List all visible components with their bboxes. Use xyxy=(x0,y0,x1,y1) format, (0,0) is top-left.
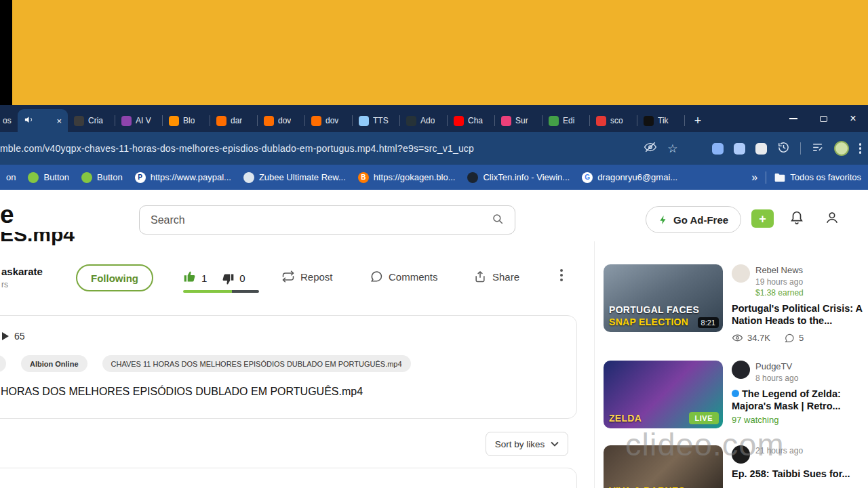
browser-tab[interactable]: Blo xyxy=(163,109,210,132)
channel-name[interactable]: PudgeTV xyxy=(755,361,798,373)
bookmark-favicon: B xyxy=(358,172,369,183)
window-close-button[interactable]: × xyxy=(838,105,868,132)
comments-card xyxy=(0,468,577,488)
video-thumbnail[interactable]: PORTUGAL FACES SNAP ELECTION 8:21 xyxy=(604,264,723,332)
thumbs-down-icon[interactable] xyxy=(221,270,235,286)
tag-pill[interactable]: Albion Online xyxy=(21,355,87,372)
audio-speaker-icon[interactable] xyxy=(24,115,34,127)
go-ad-free-button[interactable]: Go Ad-Free xyxy=(646,206,741,233)
browser-tab[interactable]: Ado xyxy=(400,109,448,132)
bookmark-favicon xyxy=(81,172,92,183)
history-icon[interactable] xyxy=(777,141,790,157)
bookmarks-overflow-icon[interactable]: » xyxy=(751,171,757,184)
extension-icon-3[interactable] xyxy=(755,143,767,155)
channel-name-fragment[interactable]: askarate xyxy=(1,266,43,277)
video-title[interactable]: Portugal's Political Crisis: A Nation He… xyxy=(732,302,863,327)
bookmark-item[interactable]: ClixTen.info - Viewin... xyxy=(461,172,576,183)
window-minimize-button[interactable] xyxy=(778,105,808,132)
channel-avatar[interactable] xyxy=(732,264,750,283)
browser-menu-kebab-icon[interactable] xyxy=(859,142,862,156)
sort-by-dropdown[interactable]: Sort by likes xyxy=(486,432,568,456)
browser-tab[interactable]: Tik xyxy=(637,109,685,132)
bookmark-item[interactable]: G dragonryu6@gmai... xyxy=(576,172,684,183)
premium-dot-icon xyxy=(732,390,739,397)
reading-list-icon[interactable] xyxy=(811,141,824,157)
bookmark-item[interactable]: Button xyxy=(22,172,75,183)
extension-icon-1[interactable] xyxy=(712,143,724,155)
video-title[interactable]: Ep. 258: Taibbi Sues for... xyxy=(732,468,863,480)
new-tab-button[interactable]: + xyxy=(689,112,707,129)
search-input[interactable] xyxy=(151,214,492,226)
browser-tab-partial[interactable]: os xyxy=(0,109,18,132)
bookmark-star-icon[interactable]: ☆ xyxy=(667,143,677,155)
video-meta: Rebel News 19 hours ago $1.38 earned Por… xyxy=(732,264,863,344)
browser-tab[interactable]: sco xyxy=(590,109,637,132)
extension-icon-2[interactable] xyxy=(734,143,745,155)
browser-tab[interactable]: Cha xyxy=(448,109,495,132)
comments-button[interactable]: Comments xyxy=(370,270,438,283)
profile-icon[interactable] xyxy=(825,210,840,228)
bookmark-favicon xyxy=(28,172,39,183)
live-badge: LIVE xyxy=(689,412,719,424)
bookmark-label: Button xyxy=(43,172,69,182)
video-title-fragment: ÊS.mp4 xyxy=(0,232,176,247)
description-fragment: HORAS DOS MELHORES EPISÓDIOS DUBLADO EM … xyxy=(1,386,363,398)
bookmark-label: Zubee Ultimate Rew... xyxy=(259,172,346,182)
search-box[interactable] xyxy=(139,205,515,235)
related-video-item[interactable]: ZELDA LIVE PudgeTV 8 hours ago xyxy=(604,361,863,428)
repost-button[interactable]: Repost xyxy=(281,270,333,283)
search-icon[interactable] xyxy=(492,213,504,228)
profile-avatar[interactable] xyxy=(834,141,849,156)
bookmark-item[interactable]: Button xyxy=(75,172,129,183)
rumble-logo-fragment[interactable]: e xyxy=(0,201,14,229)
folder-icon xyxy=(774,173,785,182)
channel-avatar[interactable] xyxy=(732,361,750,379)
repost-icon xyxy=(281,270,295,283)
bookmark-list: on Button Button xyxy=(0,172,684,183)
address-bar[interactable]: mble.com/v40yqpx-chaves-11-horas-dos-mel… xyxy=(0,143,644,154)
thumbs-up-icon[interactable] xyxy=(183,270,197,286)
tag-fragment[interactable] xyxy=(0,355,6,372)
browser-tab[interactable]: Cria xyxy=(68,109,115,132)
channel-name[interactable]: Rebel News xyxy=(755,264,804,277)
like-ratio-bar xyxy=(183,290,259,293)
browser-tab[interactable]: AI V xyxy=(115,109,163,132)
bookmark-label: dragonryu6@gmai... xyxy=(597,172,677,182)
bookmark-favicon-glyph: B xyxy=(361,174,366,181)
share-icon xyxy=(473,270,487,283)
tab-favicon xyxy=(596,116,606,126)
upload-button[interactable]: + xyxy=(751,209,774,228)
tab-close-icon[interactable]: × xyxy=(56,117,62,125)
browser-tab-active-audio[interactable]: × xyxy=(18,109,68,132)
browser-tab[interactable]: TTS xyxy=(353,109,400,132)
browser-tab[interactable]: Edi xyxy=(542,109,590,132)
browser-tab[interactable]: dov xyxy=(305,109,353,132)
browser-tab[interactable]: dar xyxy=(210,109,258,132)
bookmark-item[interactable]: Zubee Ultimate Rew... xyxy=(237,172,352,183)
video-meta: PudgeTV 8 hours ago The Legend of Zelda:… xyxy=(732,361,863,428)
bookmark-item[interactable]: P https://www.paypal... xyxy=(129,172,237,183)
related-video-item[interactable]: PORTUGAL FACES SNAP ELECTION 8:21 Rebel … xyxy=(604,264,863,344)
share-button[interactable]: Share xyxy=(473,270,519,283)
more-options-kebab-icon[interactable] xyxy=(560,267,563,283)
all-bookmarks-folder[interactable]: Todos os favoritos xyxy=(774,172,861,182)
window-restore-button[interactable] xyxy=(808,105,838,132)
bookmark-item[interactable]: on xyxy=(0,172,22,182)
video-title[interactable]: The Legend of Zelda: Majora's Mask | Ret… xyxy=(732,388,863,412)
tab-favicon xyxy=(549,116,559,126)
repost-label: Repost xyxy=(300,271,333,283)
thumbnail-text: PORTUGAL FACES xyxy=(609,304,699,317)
following-button[interactable]: Following xyxy=(76,264,153,291)
video-thumbnail[interactable]: ZELDA LIVE xyxy=(604,361,723,428)
comments-icon xyxy=(370,270,383,283)
tag-pill[interactable]: CHAVES 11 HORAS DOS MELHORES EPISÓDIOS D… xyxy=(102,355,411,372)
eye-off-icon[interactable] xyxy=(644,140,657,157)
browser-tab[interactable]: Sur xyxy=(495,109,542,132)
browser-tab[interactable]: dov xyxy=(258,109,305,132)
notifications-bell-icon[interactable] xyxy=(789,210,804,228)
comments-value: 5 xyxy=(799,333,804,343)
screen: os × Cria AI V Bl xyxy=(0,0,868,488)
dislike-count: 0 xyxy=(239,272,245,284)
bookmark-item[interactable]: B https://gokagen.blo... xyxy=(352,172,462,183)
tab-favicon xyxy=(74,116,84,126)
